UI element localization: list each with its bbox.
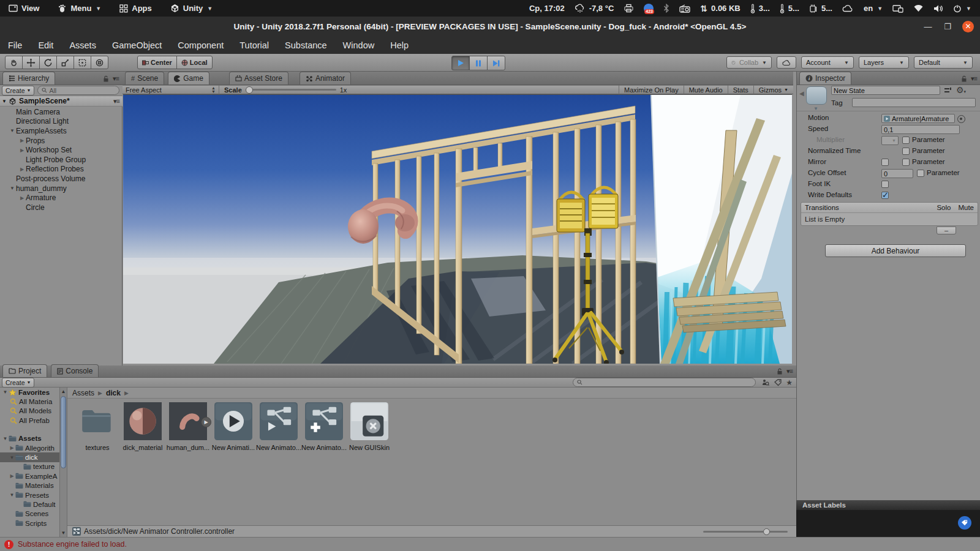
search-by-type-icon[interactable]: [761, 379, 769, 386]
hierarchy-create-button[interactable]: Create▼: [2, 86, 34, 96]
space-toggle-button[interactable]: Local: [176, 56, 213, 69]
foldout-arrow-icon[interactable]: [9, 492, 15, 498]
pivot-toggle-button[interactable]: Center: [137, 56, 177, 69]
os-power-menu[interactable]: ▼: [953, 4, 971, 13]
asset-item[interactable]: ▶ New Animato...: [301, 402, 347, 451]
mirror-checkbox[interactable]: [881, 159, 889, 166]
os-cloud-app[interactable]: [842, 4, 854, 12]
favorite-search-icon[interactable]: ★: [786, 378, 793, 387]
rotate-tool-button[interactable]: [39, 56, 57, 69]
foldout-arrow-icon[interactable]: [9, 186, 16, 191]
layers-dropdown[interactable]: Layers▼: [859, 56, 909, 69]
maximize-on-play-button[interactable]: Maximize On Play: [619, 85, 684, 94]
os-network-traffic[interactable]: ⇅ 0.06 KB: [700, 4, 740, 13]
panel-menu-icon[interactable]: ▾≡: [786, 367, 793, 375]
foldout-arrow-icon[interactable]: [18, 195, 26, 201]
account-dropdown[interactable]: Account▼: [801, 56, 854, 69]
hierarchy-search-input[interactable]: All: [37, 86, 119, 95]
normalized-time-parameter-checkbox[interactable]: [902, 148, 910, 155]
favorites-item[interactable]: All Models: [0, 407, 59, 416]
transform-tool-button[interactable]: [91, 56, 108, 69]
os-apps-button[interactable]: Apps: [119, 4, 152, 13]
mirror-parameter-checkbox[interactable]: [902, 159, 910, 166]
asset-item[interactable]: ▶ New GUISkin: [347, 402, 392, 451]
lock-icon[interactable]: [103, 75, 109, 83]
foldout-arrow-icon[interactable]: [9, 128, 16, 133]
project-tree-item[interactable]: texture: [0, 462, 59, 471]
cycle-offset-field[interactable]: 0: [881, 169, 913, 178]
foldout-arrow-icon[interactable]: [2, 436, 9, 441]
hierarchy-item[interactable]: Main Camera: [0, 107, 123, 117]
tab-inspector[interactable]: i Inspector: [799, 72, 851, 84]
os-printer[interactable]: [624, 4, 634, 13]
stats-button[interactable]: Stats: [728, 85, 753, 94]
project-tree-item[interactable]: Allegorith: [0, 443, 59, 452]
menu-item[interactable]: Edit: [30, 40, 61, 50]
hierarchy-item[interactable]: Reflection Probes: [0, 165, 123, 174]
favorites-header[interactable]: Favorites: [0, 388, 59, 397]
menu-item[interactable]: Substance: [277, 40, 335, 50]
os-displays[interactable]: [892, 4, 903, 13]
move-tool-button[interactable]: [22, 56, 40, 69]
os-wifi[interactable]: [913, 4, 924, 12]
tab-console[interactable]: Console: [51, 364, 99, 377]
hierarchy-item[interactable]: Circle: [0, 203, 123, 212]
project-tree-scrollbar[interactable]: ▲ ▼: [59, 388, 67, 537]
object-picker-icon[interactable]: [957, 115, 965, 123]
os-volume[interactable]: [933, 4, 943, 13]
state-name-field[interactable]: New State: [831, 86, 940, 95]
os-sensor-2[interactable]: 5...: [780, 4, 799, 13]
rect-tool-button[interactable]: [74, 56, 91, 69]
label-tag-button[interactable]: [958, 516, 971, 530]
hierarchy-item[interactable]: Post-process Volume: [0, 174, 123, 184]
foldout-arrow-icon[interactable]: [9, 473, 15, 479]
foldout-arrow-icon[interactable]: [2, 389, 9, 395]
hierarchy-item[interactable]: Props: [0, 136, 123, 146]
tag-field[interactable]: [852, 98, 976, 107]
minimize-button[interactable]: —: [923, 22, 933, 31]
hierarchy-scene-header[interactable]: ▼ SampleScene* ▾≡: [0, 96, 123, 107]
motion-field[interactable]: Armature|Armature: [881, 114, 955, 123]
mute-audio-button[interactable]: Mute Audio: [684, 85, 728, 94]
os-sensor-1[interactable]: 3...: [750, 4, 770, 13]
hierarchy-item[interactable]: Armature: [0, 193, 123, 203]
project-create-button[interactable]: Create▼: [2, 378, 34, 388]
os-weather[interactable]: -7,8 °C: [575, 4, 614, 13]
aspect-dropdown[interactable]: Free Aspect ▲▼: [123, 85, 219, 94]
pause-button[interactable]: [469, 56, 488, 70]
project-tree-item[interactable]: dick: [0, 452, 59, 462]
hierarchy-item[interactable]: ExampleAssets: [0, 126, 123, 136]
os-bluetooth[interactable]: [663, 4, 669, 13]
lock-icon[interactable]: [961, 75, 967, 83]
hierarchy-item[interactable]: human_dummy: [0, 184, 123, 193]
hierarchy-item[interactable]: Workshop Set: [0, 145, 123, 155]
foldout-arrow-icon[interactable]: [9, 455, 15, 460]
menu-item[interactable]: GameObject: [104, 40, 170, 50]
scroll-up-icon[interactable]: ▲: [60, 389, 67, 394]
hierarchy-item[interactable]: Light Probe Group: [0, 155, 123, 165]
os-applications-menu[interactable]: Menu ▼: [58, 4, 101, 13]
os-unity-appmenu[interactable]: Unity ▼: [170, 4, 213, 13]
project-tree-item[interactable]: Presets: [0, 490, 59, 500]
project-tree-item[interactable]: Scenes: [0, 509, 59, 519]
editor-status-bar[interactable]: ! Substance engine failed to load.: [0, 537, 980, 551]
asset-item[interactable]: ▶ dick_material: [120, 402, 165, 451]
tab-game[interactable]: Game: [168, 72, 209, 84]
asset-item[interactable]: ▶ New Animati...: [211, 402, 256, 451]
favorites-item[interactable]: All Prefab: [0, 416, 59, 425]
asset-item[interactable]: ▶ human_dum...: [165, 402, 211, 451]
anim-settings-icon[interactable]: [944, 86, 952, 95]
breadcrumb-root[interactable]: Assets: [72, 389, 94, 397]
scale-slider-knob[interactable]: [246, 86, 253, 94]
project-search-input[interactable]: [573, 378, 756, 387]
menu-item[interactable]: Assets: [61, 40, 104, 50]
step-button[interactable]: [487, 56, 505, 70]
hand-tool-button[interactable]: [5, 56, 23, 69]
speed-field[interactable]: 0,1: [881, 125, 960, 134]
os-sensor-3[interactable]: 5...: [809, 4, 832, 13]
collab-dropdown[interactable]: Collab▼: [726, 56, 772, 69]
zoom-slider-knob[interactable]: [763, 528, 770, 535]
game-viewport[interactable]: [123, 94, 792, 364]
remove-transition-button[interactable]: –: [937, 227, 956, 234]
expand-badge-icon[interactable]: ▶: [201, 417, 211, 427]
